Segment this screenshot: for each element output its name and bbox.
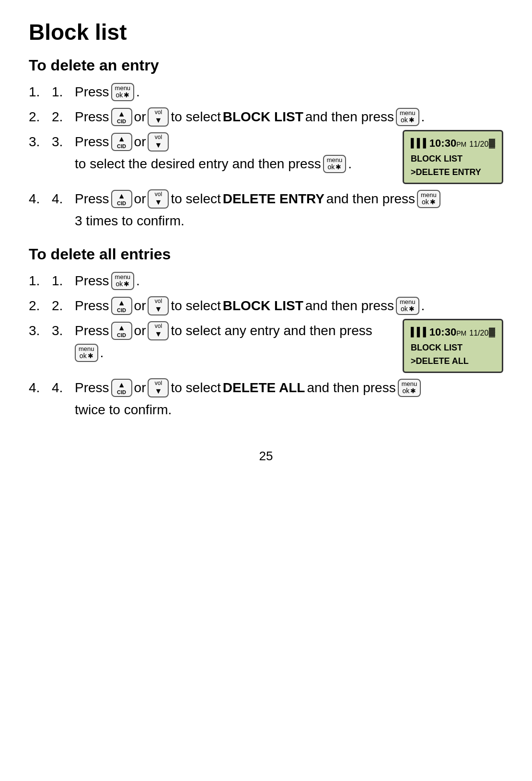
step-text: or: [134, 321, 146, 341]
step-text: Press: [75, 378, 109, 398]
step-text: .: [421, 296, 425, 316]
lcd-menu-title: BLOCK LIST: [411, 152, 495, 165]
lcd-menu-item: >DELETE ALL: [411, 355, 495, 368]
vol-button-icon: vol▼: [148, 321, 169, 340]
lcd-time: 10:30PM 11/20: [429, 324, 488, 340]
step-number: 1.: [52, 82, 71, 102]
vol-button-icon: vol▼: [148, 132, 169, 152]
vol-button-icon: vol▼: [148, 296, 169, 315]
menu-ok-button-icon: menuok ✱: [417, 190, 440, 208]
lcd-screen: ▌▌▌ 10:30PM 11/20 ▓ BLOCK LIST >DELETE E…: [403, 130, 503, 184]
vol-button-icon: vol▼: [148, 378, 169, 397]
step-item: 1.Press menuok ✱.: [29, 82, 503, 102]
step-content: Press ▲CIDor vol▼to select DELETE ENTRY …: [75, 189, 503, 231]
screen-container: ▌▌▌ 10:30PM 11/20 ▓ BLOCK LIST >DELETE A…: [398, 321, 503, 373]
step-text: to select any entry and then press: [171, 321, 372, 341]
step-text: 3 times to confirm.: [75, 211, 185, 231]
menu-ok-button-icon: menuok ✱: [398, 379, 421, 397]
vol-button-icon: vol▼: [148, 107, 169, 127]
menu-ok-button-icon: menuok ✱: [111, 272, 135, 290]
step-item: 3.Press ▲CIDor vol▼to select the desired…: [29, 132, 503, 184]
lcd-screen: ▌▌▌ 10:30PM 11/20 ▓ BLOCK LIST >DELETE A…: [403, 319, 503, 373]
step-text: .: [136, 82, 140, 102]
step-item: 2.Press ▲CIDor vol▼to select BLOCK LIST …: [29, 107, 503, 127]
battery-icon: ▓: [489, 326, 495, 338]
step-text: or: [134, 132, 146, 152]
step-text: Press: [75, 296, 109, 316]
step-bold-text: BLOCK LIST: [223, 296, 303, 316]
step-text: and then press: [305, 296, 394, 316]
step-content-with-screen: Press ▲CIDor vol▼to select any entry and…: [75, 321, 392, 363]
page-number: 25: [29, 449, 503, 464]
step-number: 3.: [52, 132, 71, 152]
step-text: and then press: [326, 189, 415, 209]
step-text: Press: [75, 107, 109, 127]
step-text: or: [134, 296, 146, 316]
step-content: Press menuok ✱.: [75, 82, 140, 102]
cid-button-icon: ▲CID: [111, 297, 132, 315]
step-text: .: [348, 154, 352, 174]
cid-button-icon: ▲CID: [111, 108, 132, 127]
signal-icon: ▌▌▌: [411, 137, 429, 150]
lcd-menu-title: BLOCK LIST: [411, 341, 495, 354]
cid-button-icon: ▲CID: [111, 133, 132, 152]
step-bold-text: DELETE ALL: [223, 378, 305, 398]
step-text: Press: [75, 132, 109, 152]
section-2: To delete all entries1.Press menuok ✱. 2…: [29, 245, 503, 420]
battery-icon: ▓: [489, 137, 495, 150]
step-item: 4.Press ▲CIDor vol▼to select DELETE ENTR…: [29, 189, 503, 231]
step-text: Press: [75, 189, 109, 209]
step-content: Press ▲CIDor vol▼to select BLOCK LIST an…: [75, 296, 425, 316]
step-number: 2.: [52, 296, 71, 316]
step-number: 3.: [52, 321, 71, 341]
step-text: twice to confirm.: [75, 400, 172, 420]
step-text: and then press: [307, 378, 395, 398]
step-item: 4.Press ▲CIDor vol▼to select DELETE ALL …: [29, 378, 503, 420]
step-text: or: [134, 189, 146, 209]
step-text: to select: [171, 107, 220, 127]
steps-list-2: 1.Press menuok ✱. 2.Press ▲CIDor vol▼to …: [29, 271, 503, 420]
step-text: to select the desired entry and then pre…: [75, 154, 321, 174]
menu-ok-button-icon: menuok ✱: [323, 155, 347, 173]
step-text: to select: [171, 296, 220, 316]
cid-button-icon: ▲CID: [111, 322, 132, 340]
menu-ok-button-icon: menuok ✱: [396, 297, 419, 315]
step-content-with-screen: Press ▲CIDor vol▼to select the desired e…: [75, 132, 392, 174]
steps-list-1: 1.Press menuok ✱. 2.Press ▲CIDor vol▼to …: [29, 82, 503, 231]
step-number: 4.: [52, 378, 71, 398]
step-text: to select: [171, 378, 220, 398]
menu-ok-button-icon: menuok ✱: [396, 108, 419, 126]
step-text: .: [100, 343, 104, 363]
menu-ok-button-icon: menuok ✱: [111, 83, 135, 101]
section-heading-1: To delete an entry: [29, 57, 503, 74]
lcd-time: 10:30PM 11/20: [429, 135, 488, 151]
step-content: Press menuok ✱.: [75, 271, 140, 291]
step-number: 2.: [52, 107, 71, 127]
step-bold-text: DELETE ENTRY: [223, 189, 324, 209]
step-text: Press: [75, 271, 109, 291]
step-item: 2.Press ▲CIDor vol▼to select BLOCK LIST …: [29, 296, 503, 316]
signal-icon: ▌▌▌: [411, 326, 429, 338]
step-number: 4.: [52, 189, 71, 209]
step-text: or: [134, 107, 146, 127]
step-text: to select: [171, 189, 220, 209]
cid-button-icon: ▲CID: [111, 379, 132, 397]
step-text: Press: [75, 82, 109, 102]
vol-button-icon: vol▼: [148, 189, 169, 209]
step-text: or: [134, 378, 146, 398]
step-text: Press: [75, 321, 109, 341]
step-item: 3.Press ▲CIDor vol▼to select any entry a…: [29, 321, 503, 373]
step-content: Press ▲CIDor vol▼to select DELETE ALL an…: [75, 378, 503, 420]
lcd-menu-item: >DELETE ENTRY: [411, 166, 495, 179]
section-1: To delete an entry1.Press menuok ✱. 2.Pr…: [29, 57, 503, 231]
step-text: and then press: [305, 107, 394, 127]
step-text: .: [136, 271, 140, 291]
step-item: 1.Press menuok ✱.: [29, 271, 503, 291]
step-content: Press ▲CIDor vol▼to select BLOCK LIST an…: [75, 107, 425, 127]
section-heading-2: To delete all entries: [29, 245, 503, 263]
page-title: Block list: [29, 19, 503, 45]
step-number: 1.: [52, 271, 71, 291]
step-bold-text: BLOCK LIST: [223, 107, 303, 127]
screen-container: ▌▌▌ 10:30PM 11/20 ▓ BLOCK LIST >DELETE E…: [398, 132, 503, 184]
step-text: .: [421, 107, 425, 127]
